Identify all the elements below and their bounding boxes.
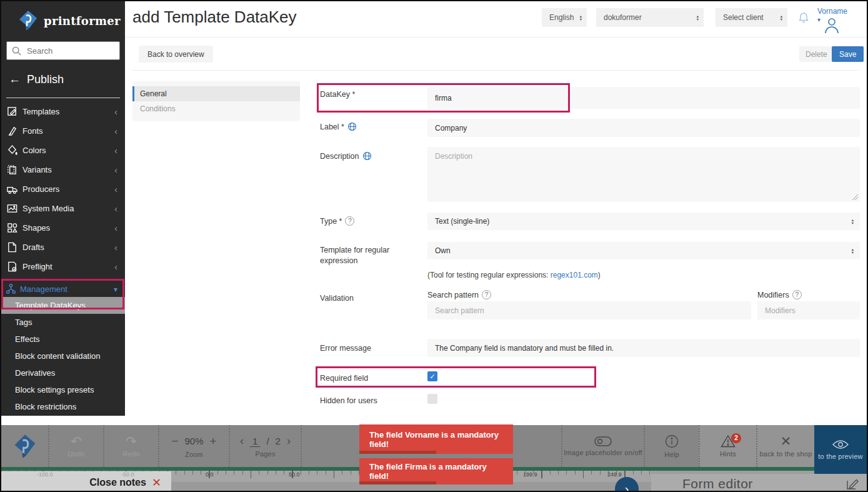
form-editor-title: Form editor <box>682 476 753 491</box>
subnav-label: Template DataKeys <box>15 301 86 310</box>
regex101-link[interactable]: regex101.com <box>551 271 598 279</box>
sidebar: printformer ← Publish Templates ‹ Fonts … <box>1 1 125 416</box>
ruler-label: 0.0 <box>204 471 214 478</box>
variants-icon <box>5 164 19 176</box>
to-preview-button[interactable]: to the preview <box>814 425 867 474</box>
chevron-left-icon: ‹ <box>114 145 117 156</box>
regex-hint-suffix: ) <box>598 271 601 279</box>
sidebar-item-block-restrictions[interactable]: Block restrictions <box>1 398 125 415</box>
nav-label: Fonts <box>22 126 43 136</box>
modifiers-input[interactable] <box>757 301 860 319</box>
required-field-label: Required field <box>320 374 368 383</box>
help-button[interactable]: Help <box>644 425 699 467</box>
error-message-input[interactable] <box>427 339 860 357</box>
hints-button[interactable]: 2 Hints <box>699 425 756 467</box>
required-field-checkbox[interactable]: ✓ <box>427 371 437 381</box>
tab-conditions[interactable]: Conditions <box>132 101 300 116</box>
sidebar-item-fonts[interactable]: Fonts ‹ <box>1 121 125 141</box>
help-circle-icon[interactable]: ? <box>345 216 354 226</box>
sidebar-item-management[interactable]: Management ▾ <box>1 281 125 297</box>
select-arrows-icon: ▴▾ <box>580 14 582 21</box>
prev-page-button[interactable]: ‹ <box>240 434 244 448</box>
eye-icon <box>832 439 849 449</box>
shapes-icon <box>5 222 19 234</box>
sidebar-item-templates[interactable]: Templates ‹ <box>1 102 125 121</box>
sidebar-item-variants[interactable]: Variants ‹ <box>1 160 125 179</box>
nav-label: Preflight <box>22 262 52 271</box>
sidebar-search[interactable] <box>6 41 120 60</box>
sidebar-item-tags[interactable]: Tags <box>1 314 125 331</box>
nav-label: Colors <box>22 146 46 155</box>
undo-button[interactable]: ↶ Undo <box>48 425 103 467</box>
hidden-for-users-checkbox[interactable] <box>427 394 437 404</box>
sidebar-item-colors[interactable]: Colors ‹ <box>1 141 125 160</box>
page-title: add Template DataKey <box>132 8 297 27</box>
subnav-label: Block settings presets <box>15 385 94 394</box>
language-select[interactable]: English ▴▾ <box>542 8 587 27</box>
publish-back-link[interactable]: ← Publish <box>1 60 125 86</box>
client-select-value: Select client <box>723 13 764 22</box>
save-button[interactable]: Save <box>832 46 864 62</box>
sidebar-item-preflight[interactable]: Preflight ‹ <box>1 257 125 276</box>
sidebar-item-block-settings-presets[interactable]: Block settings presets <box>1 381 125 398</box>
sidebar-item-shapes[interactable]: Shapes ‹ <box>1 218 125 238</box>
sidebar-item-system-media[interactable]: System Media ‹ <box>1 199 125 218</box>
sidebar-item-block-content-validation[interactable]: Block content validation <box>1 348 125 364</box>
redo-label: Redo <box>122 450 139 458</box>
close-notes-button[interactable]: Close notes ✕ <box>1 471 171 492</box>
sidebar-item-producers[interactable]: Producers ‹ <box>1 179 125 199</box>
regex-template-select[interactable]: Own ▴▾ <box>427 242 860 259</box>
edit-icon[interactable] <box>846 477 859 491</box>
editor-logo[interactable] <box>1 425 48 467</box>
nav-label: System Media <box>22 204 74 213</box>
back-to-shop-button[interactable]: ✕ back to the shop <box>756 425 814 467</box>
project-select[interactable]: dokuformer ▴▾ <box>596 8 704 27</box>
tab-general[interactable]: General <box>132 86 300 101</box>
label-input[interactable] <box>427 119 860 137</box>
logo[interactable]: printformer <box>1 1 125 38</box>
ruler-label: 50.0 <box>287 471 300 478</box>
search-pattern-input[interactable] <box>427 301 751 319</box>
delete-button[interactable]: Delete <box>799 46 834 62</box>
type-select[interactable]: Text (single-line) ▴▾ <box>427 213 860 230</box>
description-textarea[interactable] <box>427 147 860 202</box>
modifiers-label: Modifiers ? <box>757 290 802 299</box>
regex-template-select-value: Own <box>435 246 451 255</box>
zoom-in-button[interactable]: + <box>210 434 217 448</box>
user-icon <box>823 16 841 34</box>
client-select[interactable]: Select client ▴▾ <box>716 8 787 27</box>
chevron-down-icon: ▾ <box>114 285 117 294</box>
sidebar-item-drafts[interactable]: Drafts ‹ <box>1 238 125 257</box>
current-page[interactable]: 1 <box>250 436 260 447</box>
description-label-text: Description <box>320 152 359 161</box>
validation-label: Validation <box>320 294 354 303</box>
search-input[interactable] <box>26 46 107 56</box>
redo-button[interactable]: ↷ Redo <box>103 425 158 467</box>
regex-template-label: Template for regular expression <box>320 245 395 266</box>
back-to-overview-button[interactable]: Back to overview <box>139 46 213 63</box>
help-circle-icon[interactable]: ? <box>792 290 802 299</box>
notifications-button[interactable] <box>799 12 809 26</box>
sidebar-item-derivatives[interactable]: Derivatives <box>1 364 125 381</box>
next-page-button[interactable]: › <box>287 434 291 448</box>
close-notes-label: Close notes <box>89 477 146 488</box>
colors-icon <box>5 144 19 157</box>
help-circle-icon[interactable]: ? <box>482 290 491 299</box>
image-placeholder-toggle[interactable]: Image placeholder on/off <box>561 425 644 467</box>
printformer-logo-icon <box>17 10 39 31</box>
undo-label: Undo <box>67 450 84 458</box>
user-menu[interactable]: Vorname ▾ <box>817 5 847 34</box>
header-divider <box>125 37 867 38</box>
globe-icon <box>347 122 357 131</box>
nav-label: Producers <box>22 184 59 194</box>
sidebar-item-effects[interactable]: Effects <box>1 331 125 348</box>
datakey-input[interactable] <box>427 87 860 109</box>
select-arrows-icon: ▴▾ <box>852 248 854 254</box>
sidebar-item-template-datakeys[interactable]: Template DataKeys <box>1 297 125 314</box>
globe-icon <box>362 151 372 161</box>
zoom-out-button[interactable]: − <box>171 434 178 448</box>
toggle-icon <box>594 436 612 446</box>
chevron-left-icon: ‹ <box>114 261 117 272</box>
project-select-value: dokuformer <box>604 13 642 22</box>
select-arrows-icon: ▴▾ <box>697 14 699 21</box>
